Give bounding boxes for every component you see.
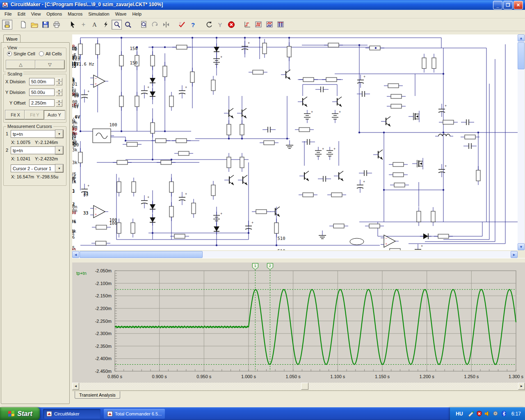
menu-item-help[interactable]: Help bbox=[129, 11, 144, 17]
menu-item-options[interactable]: Options bbox=[43, 11, 65, 17]
waveform-pulse-icon bbox=[277, 21, 284, 28]
scroll-up-icon[interactable]: ▲ bbox=[518, 34, 525, 41]
taskbar-task-circuitmaker[interactable]: CircuitMaker bbox=[43, 409, 100, 419]
menu-item-macros[interactable]: Macros bbox=[65, 11, 85, 17]
menu-item-view[interactable]: View bbox=[28, 11, 44, 17]
tab-wave[interactable]: Wave bbox=[3, 34, 21, 43]
y-axis-tick: -2.250m bbox=[95, 319, 112, 324]
y-offset-field[interactable]: 2.250m bbox=[29, 99, 55, 107]
waveform-square-button[interactable] bbox=[253, 20, 263, 30]
menu-item-file[interactable]: File bbox=[2, 11, 15, 17]
pen-tablet-icon[interactable] bbox=[468, 411, 475, 417]
cell-down-button[interactable]: ▽ bbox=[35, 60, 64, 69]
scroll-right-icon[interactable]: ► bbox=[511, 251, 518, 258]
new-document-button[interactable] bbox=[18, 20, 28, 30]
reset-simulation-button[interactable] bbox=[204, 20, 214, 30]
menu-item-simulation[interactable]: Simulation bbox=[85, 11, 112, 17]
schematic-label: 100n bbox=[72, 208, 78, 213]
y-axis-tick: -2.050m bbox=[95, 268, 112, 273]
menu-item-wave[interactable]: Wave bbox=[112, 11, 130, 17]
schematic-vscrollbar[interactable]: ▲ ▼ bbox=[518, 34, 525, 250]
mixer-icon[interactable] bbox=[493, 411, 499, 417]
stop-simulation-button[interactable] bbox=[226, 20, 236, 30]
save-file-button[interactable] bbox=[40, 20, 50, 30]
schematic-net-label: vas bbox=[72, 247, 76, 250]
chevron-down-icon[interactable]: ▼ bbox=[55, 130, 63, 138]
help-icon: ? bbox=[191, 22, 195, 28]
start-button[interactable]: Start bbox=[0, 407, 40, 420]
scroll-down-icon[interactable]: ▼ bbox=[518, 243, 525, 250]
schematic-label: 1.2k bbox=[72, 139, 78, 144]
component-browser-button[interactable] bbox=[2, 20, 12, 30]
svg-text:+: + bbox=[421, 244, 423, 248]
x-axis-tick: 1.150 s bbox=[375, 374, 390, 379]
split-view-button[interactable] bbox=[161, 20, 171, 30]
setup-tool-button[interactable]: Y bbox=[215, 20, 225, 30]
radio-single-cell-dot[interactable] bbox=[7, 51, 12, 56]
x-axis-tick: 1.300 s bbox=[509, 374, 524, 379]
schematic-label: Q6 bbox=[72, 235, 75, 240]
waveform-hscrollbar[interactable]: ◄ ► bbox=[72, 383, 525, 390]
auto-y-button[interactable]: Auto Y bbox=[44, 110, 65, 119]
fit-x-button[interactable]: Fit X bbox=[5, 110, 25, 119]
select-arrow-button[interactable] bbox=[67, 20, 78, 30]
radio-single-cell[interactable]: Single Cell bbox=[7, 51, 35, 56]
waveform-step-button[interactable] bbox=[242, 20, 252, 30]
taskbar-task-total[interactable]: Total Commander 6.5... bbox=[104, 409, 165, 419]
zoom-tool-button[interactable] bbox=[123, 20, 133, 30]
cursor1-signal-combo[interactable]: tp+tn▼ bbox=[11, 130, 63, 138]
y-axis-tick: -2.100m bbox=[95, 281, 112, 286]
vscroll-thumb[interactable] bbox=[518, 42, 525, 69]
close-button[interactable]: ✕ bbox=[514, 1, 523, 9]
menu-item-edit[interactable]: Edit bbox=[15, 11, 28, 17]
restore-button[interactable]: ❐ bbox=[503, 1, 513, 9]
cursor2-y-readout: Y:-2.4232m bbox=[35, 156, 58, 161]
cell-up-button[interactable]: △ bbox=[6, 60, 35, 69]
tab-transient-analysis[interactable]: Transient Analysis bbox=[75, 391, 120, 399]
waveform-multi-button[interactable] bbox=[264, 20, 274, 30]
svg-text:−: − bbox=[95, 207, 97, 211]
chevron-down-icon[interactable]: ▼ bbox=[55, 164, 63, 172]
chevron-down-icon[interactable]: ▼ bbox=[55, 146, 63, 154]
volume-icon[interactable] bbox=[484, 411, 491, 417]
scroll-left-icon[interactable]: ◄ bbox=[72, 251, 79, 258]
minimize-button[interactable]: _ bbox=[493, 1, 502, 9]
schematic-hscrollbar[interactable]: ◄ ► bbox=[72, 251, 518, 258]
svg-text:+: + bbox=[185, 192, 187, 196]
waveform-pulse-button[interactable] bbox=[275, 20, 285, 30]
x-division-spinner[interactable]: ▲▼ bbox=[56, 78, 62, 85]
rotate-button[interactable] bbox=[150, 20, 160, 30]
x-division-field[interactable]: 50.00m bbox=[29, 78, 55, 85]
language-indicator[interactable]: HU bbox=[456, 411, 463, 417]
help-button[interactable]: ? bbox=[188, 20, 198, 30]
radio-all-cells[interactable]: All Cells bbox=[39, 51, 62, 56]
scroll-left-icon[interactable]: ◄ bbox=[72, 383, 79, 390]
hscroll-thumb[interactable] bbox=[80, 251, 203, 258]
place-part-button[interactable]: + bbox=[78, 20, 89, 30]
wave-hscroll-thumb[interactable] bbox=[301, 383, 308, 390]
view-group: View Single Cell All Cells △ ▽ bbox=[3, 48, 66, 72]
scroll-right-icon[interactable]: ► bbox=[518, 383, 525, 390]
open-file-button[interactable] bbox=[29, 20, 39, 30]
schematic-canvas[interactable]: +++++++++++++++++++−+−+−+27.6VtpR18150R2… bbox=[72, 34, 518, 250]
y-division-spinner[interactable]: ▲▼ bbox=[56, 89, 62, 96]
text-tool-button[interactable]: A bbox=[89, 20, 100, 30]
waveform-plot[interactable]: -2.050m-2.100m-2.150m-2.200m-2.250m-2.30… bbox=[72, 262, 525, 383]
open-file-icon bbox=[31, 21, 38, 28]
y-division-field[interactable]: 50.00u bbox=[29, 89, 55, 96]
y-offset-spinner[interactable]: ▲▼ bbox=[56, 99, 62, 107]
bluetooth-icon[interactable] bbox=[501, 411, 507, 417]
print-button[interactable] bbox=[51, 20, 62, 30]
cursor2-signal-combo[interactable]: tp+tn▼ bbox=[11, 146, 63, 154]
clock[interactable]: 6:17 bbox=[511, 411, 521, 417]
cursor-diff-combo[interactable]: Cursor 2 - Cursor 1▼ bbox=[11, 164, 63, 172]
simulation-mode-button[interactable] bbox=[177, 20, 187, 30]
security-shield-icon[interactable] bbox=[476, 411, 483, 417]
schematic-label: 100m bbox=[72, 124, 78, 129]
probe-tool-button[interactable] bbox=[112, 20, 122, 30]
wire-tool-button[interactable] bbox=[100, 20, 111, 30]
fit-y-button[interactable]: Fit Y bbox=[25, 110, 45, 119]
zoom-page-button[interactable] bbox=[139, 20, 149, 30]
radio-all-cells-dot[interactable] bbox=[39, 51, 44, 56]
schematic-label: 2.2 bbox=[72, 46, 77, 51]
